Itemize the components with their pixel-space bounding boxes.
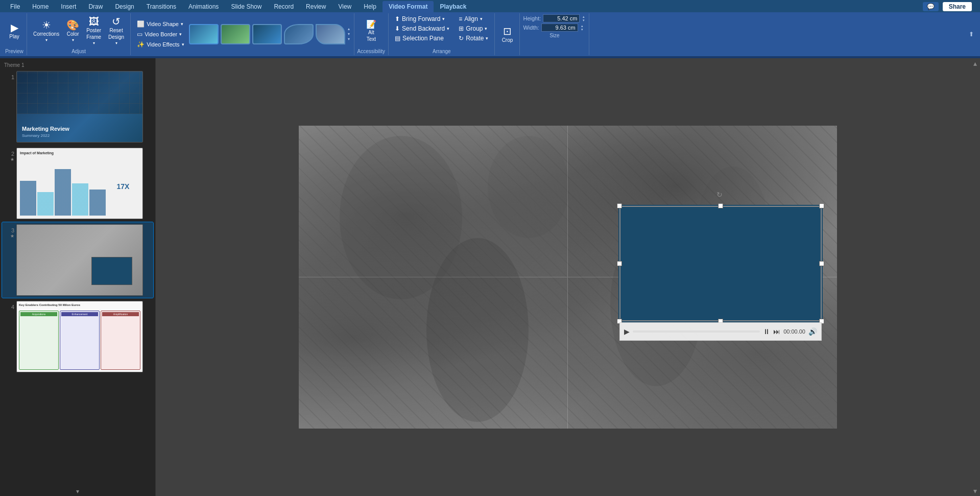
video-border-button[interactable]: ▭ Video Border ▾ (134, 30, 187, 39)
slide-thumbnail-3[interactable] (16, 224, 143, 296)
video-box[interactable]: ↻ ▶ ⏸ ⏭ 00:00.00 🔊 (618, 205, 823, 322)
tab-review[interactable]: Review (300, 1, 332, 12)
video-effects-button[interactable]: ✨ Video Effects ▾ (134, 40, 187, 49)
width-input[interactable] (541, 23, 578, 32)
comment-icon[interactable]: 💬 (923, 2, 939, 11)
color-dropdown-icon: ▾ (72, 38, 74, 42)
slide-canvas: ↻ ▶ ⏸ ⏭ 00:00.00 🔊 (299, 126, 837, 429)
ribbon-group-size: Height: ▴ ▾ Width: ▴ ▾ Size (520, 13, 589, 55)
video-style-5[interactable] (316, 24, 345, 44)
send-backward-icon: ⬇ (395, 25, 400, 32)
height-input[interactable] (543, 14, 580, 22)
tab-record[interactable]: Record (268, 1, 300, 12)
corrections-button[interactable]: ☀ Corrections ▾ (30, 18, 62, 44)
tab-design[interactable]: Design (109, 1, 140, 12)
color-button[interactable]: 🎨 Color ▾ (63, 18, 82, 44)
send-backward-button[interactable]: ⬇ Send Backward ▾ (392, 24, 452, 33)
tab-file[interactable]: File (4, 1, 26, 12)
handle-top-right[interactable] (819, 203, 824, 208)
corrections-icon: ☀ (42, 20, 51, 30)
tab-slide-show[interactable]: Slide Show (225, 1, 268, 12)
width-spinner[interactable]: ▴ ▾ (580, 24, 584, 31)
handle-top-left[interactable] (617, 203, 622, 208)
poster-frame-button[interactable]: 🖼 Poster Frame ▾ (83, 15, 104, 47)
slide-item-3[interactable]: 3 ★ (2, 222, 153, 298)
tab-video-format[interactable]: Video Format (383, 1, 434, 12)
video-style-1[interactable] (189, 24, 219, 44)
canvas-scroll-down[interactable]: ▾ (973, 487, 977, 495)
crop-icon: ⊡ (503, 26, 512, 36)
rotate-handle[interactable]: ↻ (716, 191, 725, 199)
height-increment[interactable]: ▴ (582, 15, 586, 18)
style-scroll-expand[interactable]: ▾ (348, 37, 350, 41)
height-decrement[interactable]: ▾ (582, 18, 586, 22)
canvas-scroll-up[interactable]: ▴ (973, 59, 977, 67)
play-button[interactable]: ▶ Play (5, 21, 23, 41)
video-controls: ▶ ⏸ ⏭ 00:00.00 🔊 (619, 322, 822, 341)
crop-button[interactable]: ⊡ Crop (498, 25, 516, 44)
video-style-2[interactable] (221, 24, 250, 44)
video-border-icon: ▭ (137, 31, 142, 38)
bring-forward-button[interactable]: ⬆ Bring Forward ▾ (392, 14, 452, 23)
slide-item-4[interactable]: 4 Key Enablers Contributing 50 Milon Eur… (2, 299, 153, 374)
tab-transitions[interactable]: Transitions (140, 1, 182, 12)
video-volume-icon[interactable]: 🔊 (808, 327, 817, 336)
rotate-dropdown: ▾ (486, 36, 488, 41)
width-decrement[interactable]: ▾ (580, 28, 584, 31)
video-shape-dropdown: ▾ (181, 21, 183, 27)
tab-help[interactable]: Help (357, 1, 383, 12)
rotate-button[interactable]: ↻ Rotate ▾ (456, 34, 491, 43)
video-style-4[interactable] (284, 24, 314, 44)
preview-group-label: Preview (5, 49, 23, 54)
slide-item-1[interactable]: 1 Marketing Review Summary 2022 (2, 69, 153, 145)
slide-item-2[interactable]: 2 ★ Impact of Marketing 17X (2, 146, 153, 221)
handle-middle-left[interactable] (617, 261, 622, 266)
video-progress-bar[interactable] (633, 330, 760, 333)
style-scroll-down[interactable]: ▾ (348, 32, 350, 36)
video-effects-icon: ✨ (137, 41, 145, 48)
selection-pane-icon: ▤ (395, 35, 400, 42)
style-scroll-up[interactable]: ▴ (348, 27, 350, 31)
slide-1-sub: Summary 2022 (22, 133, 50, 138)
panel-scroll-down[interactable]: ▾ (76, 488, 79, 495)
handle-middle-right[interactable] (819, 261, 824, 266)
slide-number-1: 1 (7, 71, 14, 80)
group-dropdown: ▾ (485, 26, 487, 31)
video-border-dropdown: ▾ (179, 32, 182, 37)
adjust-group-label: Adjust (71, 49, 86, 54)
slide-thumbnail-4[interactable]: Key Enablers Contributing 50 Milon Euros… (16, 301, 143, 372)
canvas-area: ▴ ▾ (156, 58, 980, 496)
share-button[interactable]: Share (943, 2, 972, 11)
ribbon-group-arrange: ⬆ Bring Forward ▾ ⬇ Send Backward ▾ ▤ Se… (389, 13, 495, 55)
video-play-button[interactable]: ▶ (624, 327, 630, 336)
handle-top-center[interactable] (718, 203, 723, 208)
ribbon-group-adjust: ☀ Corrections ▾ 🎨 Color ▾ 🖼 Poster Frame… (27, 13, 131, 55)
video-style-3[interactable] (252, 24, 282, 44)
tab-animations[interactable]: Animations (182, 1, 225, 12)
group-button[interactable]: ⊞ Group ▾ (456, 24, 491, 33)
selection-pane-button[interactable]: ▤ Selection Pane (392, 34, 452, 43)
slide-thumbnail-1[interactable]: Marketing Review Summary 2022 (16, 71, 143, 143)
color-icon: 🎨 (66, 20, 79, 30)
send-backward-dropdown: ▾ (447, 26, 449, 31)
video-shape-button[interactable]: ⬜ Video Shape ▾ (134, 19, 187, 29)
slide-1-title: Marketing Review (22, 126, 69, 132)
alt-text-icon: 📝 (366, 20, 376, 29)
tab-home[interactable]: Home (26, 1, 55, 12)
selection-border (619, 206, 822, 321)
align-button[interactable]: ≡ Align ▾ (456, 14, 491, 23)
height-spinner[interactable]: ▴ ▾ (582, 15, 586, 22)
tab-draw[interactable]: Draw (82, 1, 109, 12)
tab-playback[interactable]: Playback (434, 1, 472, 12)
alt-text-button[interactable]: 📝 Alt Text (362, 19, 380, 43)
tab-view[interactable]: View (332, 1, 357, 12)
reset-design-button[interactable]: ↺ Reset Design ▾ (105, 15, 127, 47)
width-increment[interactable]: ▴ (580, 24, 584, 28)
video-volume-button[interactable]: ⏸ (763, 327, 770, 336)
align-icon: ≡ (459, 15, 462, 22)
ribbon-expand-button[interactable]: ⬆ (966, 30, 977, 39)
video-skip-button[interactable]: ⏭ (773, 327, 780, 336)
slide-number-3: 3 (7, 224, 14, 233)
slide-thumbnail-2[interactable]: Impact of Marketing 17X (16, 148, 143, 219)
tab-insert[interactable]: Insert (55, 1, 82, 12)
